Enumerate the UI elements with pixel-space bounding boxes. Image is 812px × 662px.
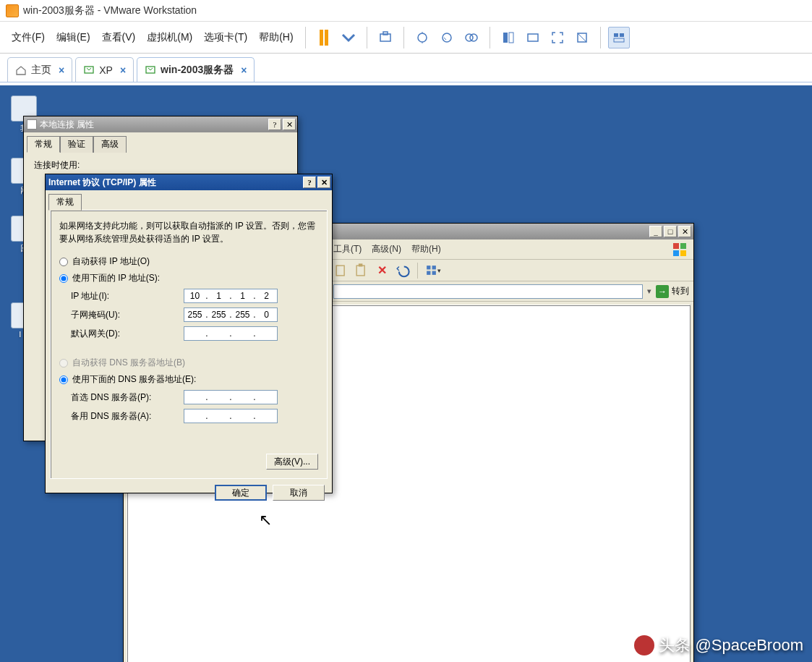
radio-use-dns[interactable] — [59, 375, 68, 384]
copy-icon[interactable] — [333, 263, 349, 279]
paste-icon[interactable] — [354, 263, 369, 279]
menu-help[interactable]: 帮助(H) — [411, 243, 441, 255]
vmware-logo-icon — [6, 4, 19, 17]
network-icon — [27, 119, 37, 130]
vm-viewport: 我 网 回 I E _ □ ✕ 工具(T) 高级(N) 帮助(H) ✕ ▾ ▾ — [0, 85, 812, 662]
views-icon[interactable]: ▾ — [425, 263, 441, 279]
minimize-button[interactable]: _ — [649, 226, 662, 237]
ok-button[interactable]: 确定 — [215, 485, 267, 501]
radio-auto-ip[interactable] — [59, 258, 68, 266]
dns-secondary-input[interactable]: ... — [184, 409, 278, 423]
tab-general[interactable]: 常规 — [48, 194, 82, 211]
tcpip-titlebar[interactable]: Internet 协议 (TCP/IP) 属性 ? ✕ — [46, 174, 332, 190]
vmware-titlebar: win-2003服务器 - VMware Workstation — [0, 0, 812, 22]
dns-primary-input[interactable]: ... — [184, 390, 278, 404]
tab-label: win-2003服务器 — [161, 64, 234, 77]
radio-label: 自动获得 DNS 服务器地址(B) — [72, 357, 185, 369]
home-icon — [15, 64, 27, 76]
tcpip-tabstrip: 常规 — [46, 190, 332, 210]
snapshot-manager-icon[interactable] — [461, 27, 482, 48]
tab-close-icon[interactable]: × — [120, 64, 126, 76]
menu-advanced[interactable]: 高级(N) — [372, 243, 401, 255]
tab-win2003[interactable]: win-2003服务器 × — [137, 57, 255, 82]
menu-tools[interactable]: 工具(T) — [333, 243, 362, 255]
menu-tabs[interactable]: 选项卡(T) — [200, 28, 252, 47]
svg-rect-20 — [336, 266, 344, 276]
tab-home[interactable]: 主页 × — [7, 57, 72, 82]
svg-rect-16 — [673, 243, 679, 249]
snapshot-take-icon[interactable] — [411, 27, 433, 48]
svg-point-2 — [418, 33, 427, 42]
advanced-button[interactable]: 高级(V)... — [266, 454, 318, 470]
dialog-title: 本地连接 属性 — [40, 119, 94, 131]
svg-rect-23 — [427, 266, 430, 269]
svg-rect-19 — [680, 250, 686, 256]
go-button[interactable]: →转到 — [656, 285, 689, 298]
gateway-input[interactable]: ... — [184, 326, 278, 341]
vmware-menubar: 文件(F) 编辑(E) 查看(V) 虚拟机(M) 选项卡(T) 帮助(H) — [0, 22, 812, 54]
svg-rect-22 — [359, 263, 363, 266]
tab-general[interactable]: 常规 — [27, 136, 60, 153]
tab-advanced[interactable]: 高级 — [93, 136, 127, 153]
cursor-icon: ↖ — [259, 511, 272, 530]
address-combo[interactable] — [333, 284, 643, 299]
svg-rect-13 — [614, 38, 624, 42]
menu-view[interactable]: 查看(V) — [98, 28, 140, 47]
svg-rect-24 — [432, 266, 436, 269]
fit-guest-icon[interactable] — [497, 27, 519, 48]
menu-file[interactable]: 文件(F) — [7, 28, 49, 47]
ip-address-input[interactable]: 10.1.1.2 — [184, 289, 278, 303]
help-button[interactable]: ? — [268, 119, 281, 130]
svg-rect-11 — [614, 33, 618, 37]
menu-vm[interactable]: 虚拟机(M) — [142, 28, 197, 47]
radio-label: 使用下面的 IP 地址(S): — [72, 272, 160, 284]
undo-icon[interactable] — [394, 263, 410, 279]
close-button[interactable]: ✕ — [678, 226, 691, 237]
cancel-button[interactable]: 取消 — [273, 485, 325, 501]
lan-titlebar[interactable]: 本地连接 属性 ? ✕ — [24, 116, 297, 132]
tab-auth[interactable]: 验证 — [60, 136, 93, 153]
svg-rect-6 — [503, 33, 508, 43]
menu-edit[interactable]: 编辑(E) — [52, 28, 95, 47]
maximize-button[interactable]: □ — [664, 226, 677, 237]
svg-point-3 — [443, 33, 451, 42]
radio-label: 自动获得 IP 地址(O) — [72, 255, 150, 268]
connect-using-label: 连接时使用: — [34, 159, 287, 171]
radio-use-ip[interactable] — [59, 274, 68, 283]
unity-icon[interactable] — [571, 27, 593, 48]
send-ctrl-alt-del-icon[interactable] — [375, 27, 396, 48]
dropdown-icon[interactable] — [338, 27, 359, 48]
windows-flag-icon — [672, 242, 688, 258]
fit-window-icon[interactable] — [522, 27, 544, 48]
gateway-label: 默认网关(D): — [71, 328, 179, 340]
dns-secondary-label: 备用 DNS 服务器(A): — [71, 410, 179, 423]
menu-help[interactable]: 帮助(H) — [255, 28, 297, 47]
delete-icon[interactable]: ✕ — [374, 263, 390, 279]
vmware-window-title: win-2003服务器 - VMware Workstation — [23, 4, 197, 17]
help-button[interactable]: ? — [303, 177, 316, 188]
dialog-buttons: 确定 取消 — [46, 479, 332, 506]
tcpip-description: 如果网络支持此功能，则可以获取自动指派的 IP 设置。否则，您需要从网络系统管理… — [59, 219, 318, 245]
snapshot-revert-icon[interactable] — [436, 27, 458, 48]
svg-point-5 — [470, 34, 477, 41]
tab-xp[interactable]: XP × — [75, 57, 134, 82]
thumbnail-bar-icon[interactable] — [608, 27, 630, 48]
pause-button[interactable] — [313, 27, 335, 48]
svg-rect-18 — [673, 250, 679, 256]
vmware-tabstrip: 主页 × XP × win-2003服务器 × — [0, 54, 812, 82]
vm-icon — [83, 64, 95, 76]
close-button[interactable]: ✕ — [317, 177, 330, 188]
svg-rect-7 — [509, 33, 513, 43]
svg-rect-25 — [427, 271, 430, 275]
tab-label: 主页 — [31, 64, 51, 77]
close-button[interactable]: ✕ — [283, 119, 296, 130]
tab-close-icon[interactable]: × — [241, 64, 247, 76]
vm-icon — [145, 64, 156, 76]
watermark-text: 头条 @SpaceBroom — [659, 635, 803, 656]
tab-close-icon[interactable]: × — [59, 64, 64, 76]
fullscreen-icon[interactable] — [547, 27, 568, 48]
watermark: 头条 @SpaceBroom — [634, 635, 803, 656]
svg-rect-26 — [432, 271, 436, 275]
svg-rect-12 — [620, 33, 624, 37]
subnet-mask-input[interactable]: 255.255.255.0 — [184, 307, 278, 322]
